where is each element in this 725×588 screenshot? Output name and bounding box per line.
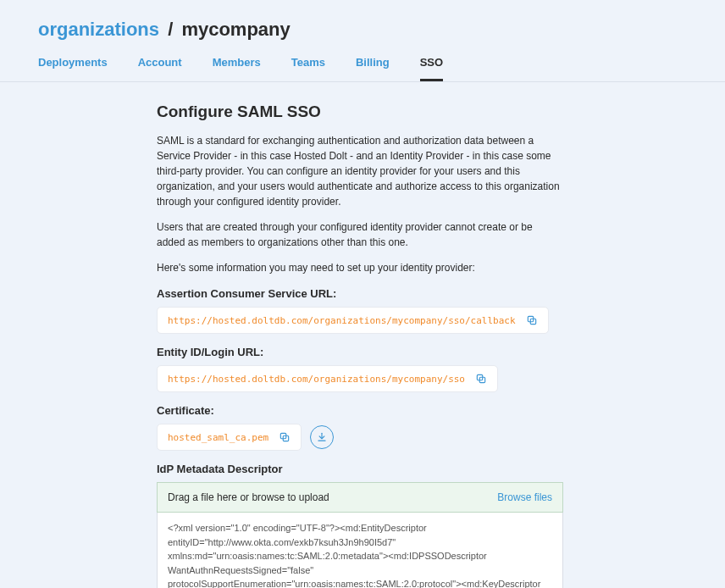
idp-label: IdP Metadata Descriptor — [157, 463, 563, 475]
breadcrumb-separator: / — [168, 19, 173, 40]
intro-para-1: SAML is a standard for exchanging authen… — [157, 133, 563, 209]
copy-icon[interactable] — [526, 314, 538, 326]
tab-deployments[interactable]: Deployments — [38, 56, 108, 81]
cert-file-box: hosted_saml_ca.pem — [157, 424, 302, 451]
tab-members[interactable]: Members — [213, 56, 261, 81]
tab-billing[interactable]: Billing — [356, 56, 390, 81]
copy-icon[interactable] — [279, 431, 291, 443]
copy-icon[interactable] — [475, 373, 487, 385]
breadcrumb-root-link[interactable]: organizations — [38, 19, 159, 40]
intro-para-2: Users that are created through your conf… — [157, 219, 563, 250]
breadcrumb: organizations / mycompany — [38, 0, 687, 56]
tab-account[interactable]: Account — [138, 56, 182, 81]
intro-para-3: Here's some information you may need to … — [157, 260, 563, 275]
browse-files-link[interactable]: Browse files — [497, 491, 552, 503]
cert-file-value: hosted_saml_ca.pem — [168, 432, 268, 443]
dropzone-text: Drag a file here or browse to upload — [168, 491, 329, 503]
idp-metadata-textarea[interactable] — [157, 513, 563, 588]
entity-url-label: Entity ID/Login URL: — [157, 346, 563, 358]
tabs-nav: Deployments Account Members Teams Billin… — [38, 56, 687, 81]
file-dropzone[interactable]: Drag a file here or browse to upload Bro… — [157, 482, 563, 513]
tab-teams[interactable]: Teams — [291, 56, 325, 81]
page-title: Configure SAML SSO — [157, 103, 563, 121]
entity-url-box: https://hosted.doltdb.com/organizations/… — [157, 365, 498, 392]
download-button[interactable] — [310, 425, 334, 449]
acs-url-box: https://hosted.doltdb.com/organizations/… — [157, 307, 549, 334]
acs-url-value: https://hosted.doltdb.com/organizations/… — [168, 315, 516, 326]
breadcrumb-current: mycompany — [181, 19, 290, 40]
download-icon — [316, 431, 328, 443]
cert-label: Certificate: — [157, 404, 563, 417]
acs-url-label: Assertion Consumer Service URL: — [157, 287, 563, 300]
tab-sso[interactable]: SSO — [420, 56, 443, 81]
entity-url-value: https://hosted.doltdb.com/organizations/… — [168, 374, 465, 385]
